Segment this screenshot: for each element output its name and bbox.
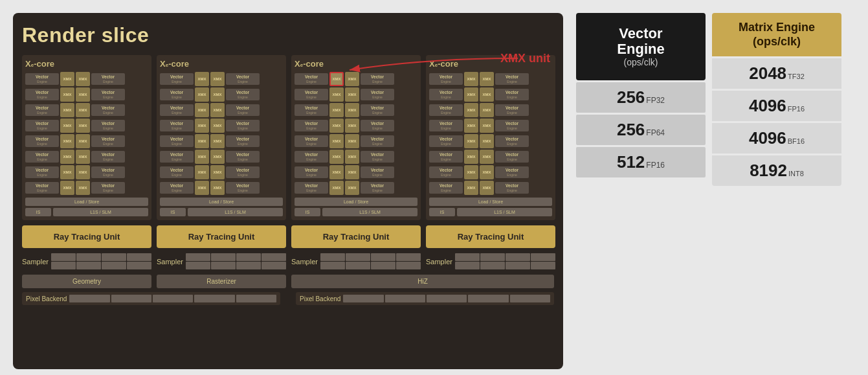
vector-engine-box: VectorEngine bbox=[361, 166, 394, 178]
xmx-box: XMX bbox=[60, 103, 74, 117]
sampler-cell bbox=[371, 262, 395, 269]
sampler-cell bbox=[262, 262, 286, 269]
ve-num-fp16: 512 bbox=[617, 152, 645, 172]
sampler-cell bbox=[396, 262, 421, 269]
vector-engine-box: VectorEngine bbox=[25, 166, 59, 178]
vector-row: VectorEngine XMX XMX VectorEngine bbox=[160, 119, 283, 133]
pixel-backend-1: Pixel Backend bbox=[22, 292, 280, 305]
me-type-int8: INT8 bbox=[788, 170, 804, 177]
xmx-box: XMX bbox=[480, 103, 494, 117]
render-slice-panel: Render slice Xe-core VectorEngine XMX XM… bbox=[13, 13, 563, 369]
vector-engine-box: VectorEngine bbox=[429, 182, 463, 194]
xmx-box: XMX bbox=[210, 181, 225, 195]
vector-engine-box: VectorEngine bbox=[429, 104, 463, 116]
ve-type-fp64: FP64 bbox=[646, 128, 665, 137]
vector-engine-box: VectorEngine bbox=[91, 89, 125, 100]
vector-row: VectorEngine XMX XMX VectorEngine bbox=[25, 119, 148, 133]
vector-engine-box: VectorEngine bbox=[429, 73, 463, 85]
pixel-cell bbox=[111, 295, 151, 302]
vector-engine-box: VectorEngine bbox=[25, 73, 59, 85]
xmx-box: XMX bbox=[210, 72, 225, 86]
ve-row-fp16: 512FP16 bbox=[576, 147, 706, 177]
xmx-box: XMX bbox=[480, 119, 494, 133]
vector-engine-box: VectorEngine bbox=[91, 182, 125, 194]
ray-tracing-unit-2: Ray Tracing Unit bbox=[157, 225, 286, 248]
xmx-box: XMX bbox=[345, 87, 359, 102]
vector-engine-box: VectorEngine bbox=[361, 135, 394, 147]
me-num-tf32: 2048 bbox=[749, 63, 786, 83]
xmx-box: XMX bbox=[195, 181, 209, 195]
xmx-box: XMX bbox=[464, 134, 478, 148]
ray-tracing-row: Ray Tracing Unit Ray Tracing Unit Ray Tr… bbox=[22, 225, 554, 248]
vector-engine-box: VectorEngine bbox=[226, 166, 260, 178]
ray-tracing-unit-4: Ray Tracing Unit bbox=[426, 225, 555, 248]
sampler-grid-2 bbox=[186, 253, 286, 269]
vector-engine-box: VectorEngine bbox=[25, 89, 59, 100]
sampler-cell bbox=[102, 253, 126, 261]
vector-engine-box: VectorEngine bbox=[160, 89, 194, 100]
vector-engine-box: VectorEngine bbox=[295, 166, 328, 178]
vector-row: VectorEngine XMX XMX VectorEngine bbox=[429, 103, 552, 117]
xmx-box: XMX bbox=[480, 150, 494, 164]
vector-engine-box: VectorEngine bbox=[226, 89, 260, 100]
vector-engine-box: VectorEngine bbox=[429, 120, 463, 131]
me-row-int8: 8192INT8 bbox=[712, 155, 841, 186]
sampler-cell bbox=[346, 253, 370, 261]
xmx-box: XMX bbox=[195, 150, 209, 164]
vector-engine-box: VectorEngine bbox=[25, 151, 59, 163]
vector-row: VectorEngine XMX XMX VectorEngine bbox=[25, 103, 148, 117]
pixel-backend-label-1: Pixel Backend bbox=[26, 295, 67, 302]
main-container: Render slice Xe-core VectorEngine XMX XM… bbox=[0, 0, 868, 375]
l1s-box-4: L1S / SLM bbox=[457, 208, 552, 216]
vector-engine-box: VectorEngine bbox=[361, 151, 394, 163]
sampler-cell bbox=[396, 253, 421, 261]
vector-row: VectorEngine XMX XMX VectorEngine bbox=[25, 134, 148, 148]
pixel-backend-label-2: Pixel Backend bbox=[300, 295, 340, 302]
xmx-box: XMX bbox=[60, 87, 74, 102]
xe-core-2-vector-rows: VectorEngine XMX XMX VectorEngine Vector… bbox=[160, 72, 283, 195]
vector-row: VectorEngine XMX XMX VectorEngine bbox=[429, 87, 552, 102]
xmx-box: XMX bbox=[329, 87, 344, 102]
sampler-cell bbox=[531, 262, 555, 269]
sampler-cell bbox=[127, 253, 151, 261]
sampler-grid-1 bbox=[51, 253, 151, 269]
vector-engine-box: VectorEngine bbox=[226, 73, 260, 85]
vector-engine-box: VectorEngine bbox=[25, 182, 59, 194]
me-row-fp16: 4096FP16 bbox=[712, 91, 841, 121]
vector-engine-box: VectorEngine bbox=[91, 120, 125, 131]
vector-engine-box: VectorEngine bbox=[226, 182, 260, 194]
vector-row: VectorEngine XMX XMX VectorEngine bbox=[25, 165, 148, 179]
vector-row: VectorEngine XMX XMX VectorEngine bbox=[295, 103, 417, 117]
pixel-cells-2 bbox=[343, 295, 550, 302]
vector-row: VectorEngine XMX XMX VectorEngine bbox=[429, 72, 552, 86]
sampler-label-2: Sampler bbox=[157, 258, 183, 266]
sampler-cell bbox=[76, 262, 101, 269]
load-store-2: Load / Store bbox=[160, 198, 283, 206]
vector-engine-box: VectorEngine bbox=[361, 89, 394, 100]
xmx-box: XMX bbox=[329, 150, 344, 164]
vector-row: VectorEngine XMX XMX VectorEngine bbox=[429, 165, 552, 179]
pixel-cell bbox=[385, 295, 425, 302]
vector-engine-box: VectorEngine bbox=[295, 120, 328, 131]
sampler-cell bbox=[480, 262, 505, 269]
xmx-box: XMX bbox=[76, 150, 90, 164]
vector-row: VectorEngine XMX XMX VectorEngine bbox=[160, 72, 283, 86]
xmx-box: XMX bbox=[60, 150, 74, 164]
vector-engine-box: VectorEngine bbox=[429, 166, 463, 178]
xe-core-2: Xe-core VectorEngine XMX XMX VectorEngin… bbox=[157, 55, 286, 220]
vector-engine-box: VectorEngine bbox=[25, 104, 59, 116]
vector-engine-box: VectorEngine bbox=[25, 135, 59, 147]
ve-title: Vector Engine bbox=[595, 26, 686, 57]
sampler-cell bbox=[320, 253, 345, 261]
me-type-tf32: TF32 bbox=[788, 73, 805, 80]
vector-engine-box: VectorEngine bbox=[495, 135, 529, 147]
vector-row: VectorEngine XMX XMX VectorEngine bbox=[295, 165, 417, 179]
xmx-box: XMX bbox=[345, 119, 359, 133]
vector-engine-box: VectorEngine bbox=[429, 89, 463, 100]
vector-engine-box: VectorEngine bbox=[160, 182, 194, 194]
ve-type-fp32: FP32 bbox=[646, 96, 665, 105]
is-l1s-row-2: IS L1S / SLM bbox=[160, 208, 283, 216]
vector-row: VectorEngine XMX XMX VectorEngine bbox=[295, 72, 417, 86]
is-l1s-row-1: IS L1S / SLM bbox=[25, 208, 148, 216]
is-box-1: IS bbox=[25, 208, 51, 216]
